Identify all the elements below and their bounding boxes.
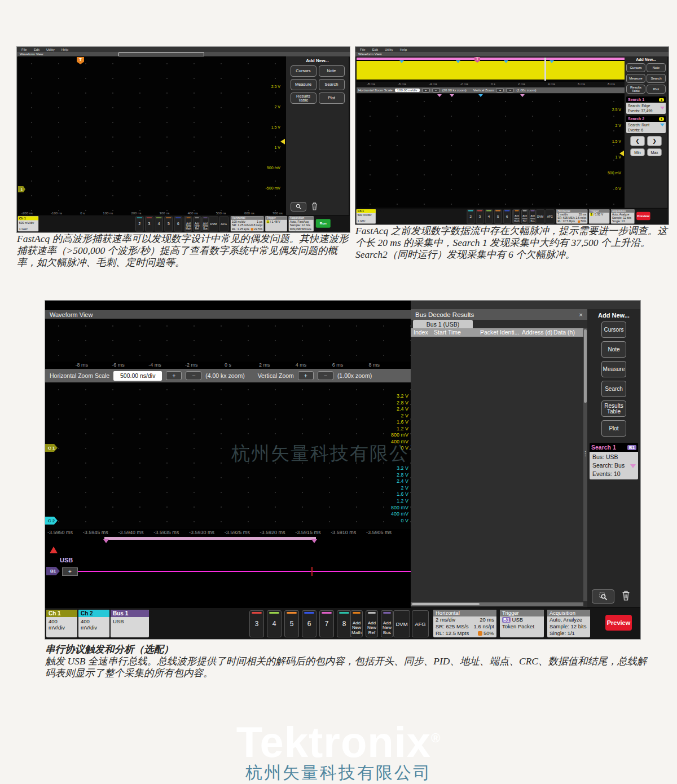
vzoom-minus-button[interactable]: −	[506, 88, 514, 93]
waveform-area[interactable]: T 2.5 V2 V1.5 V1 V500 mV-500 mV -200 ns-…	[18, 56, 286, 216]
menu-file[interactable]: File	[360, 48, 366, 51]
column-header[interactable]: Index	[411, 328, 434, 337]
channel-2-button[interactable]: 2	[467, 209, 475, 223]
dvm-button[interactable]: DVM	[209, 217, 218, 232]
channel-badge-ch1[interactable]: Ch 1 500 mV/div1 GHz	[18, 216, 38, 231]
trash-icon[interactable]	[311, 202, 318, 213]
panel-button-note[interactable]: Note	[647, 63, 666, 72]
add-new-math-button[interactable]: Add New Math	[185, 217, 192, 232]
bus-decode-track[interactable]: USB B1 +	[45, 542, 411, 592]
channel-5-button[interactable]: 5	[165, 217, 173, 232]
channel-6-button[interactable]: 6	[503, 209, 511, 223]
panel-button-results[interactable]: Results Table	[626, 85, 645, 94]
panel-button-measure[interactable]: Measure	[626, 74, 645, 83]
dvm-button[interactable]: DVM	[536, 209, 545, 223]
bus-badge-bus1[interactable]: Bus 1 USB	[111, 610, 149, 637]
channel-6-button[interactable]: 6	[174, 217, 182, 232]
zoom-plus-button[interactable]: +	[166, 371, 182, 380]
acquisition-overview[interactable]	[45, 319, 411, 362]
channel-7-button[interactable]: 7	[319, 610, 334, 637]
channel-2-button[interactable]: 2	[135, 217, 143, 232]
panel-button-results[interactable]: Results Table	[291, 93, 316, 104]
menu-edit[interactable]: Edit	[34, 48, 39, 51]
trigger-level-icon[interactable]	[280, 139, 285, 144]
add-new-bus-button[interactable]: Add New Bus	[529, 209, 535, 223]
dvm-button[interactable]: DVM	[393, 610, 410, 637]
add-new-bus-button[interactable]: Add New Bus	[202, 217, 209, 232]
afg-button[interactable]: AFG	[219, 217, 228, 232]
horizontal-panel[interactable]: Horizontal 2 ms/div20 msSR: 625 MS/s1.6 …	[433, 610, 496, 637]
channel-3-button[interactable]: 3	[476, 209, 484, 223]
column-header[interactable]: Data (h)	[553, 328, 583, 337]
vzoom-minus-button[interactable]: −	[318, 371, 333, 380]
channel-8-button[interactable]: 8	[337, 610, 351, 637]
bus-expand-button[interactable]: +	[62, 567, 78, 576]
search-1-panel[interactable]: Search 11 Search: EdgeEvents: 37,499	[626, 96, 666, 114]
panel-button-search[interactable]: Search	[319, 79, 345, 90]
panel-button-note[interactable]: Note	[601, 341, 626, 358]
horizontal-panel[interactable]: Horizontal 100 ns/div1 μsSR: 1.25 GS/s0.…	[231, 216, 264, 231]
channel-5-button[interactable]: 5	[494, 209, 502, 223]
acquisition-panel[interactable]: Acquisition Auto, FastAcqSample: 12 bits…	[289, 216, 314, 231]
vzoom-plus-button[interactable]: +	[298, 371, 314, 380]
channel-badge-ch2[interactable]: Ch 2 400 mV/div1 GHz	[78, 610, 109, 637]
channel-5-button[interactable]: 5	[284, 610, 299, 637]
zoom-window-indicator[interactable]	[544, 58, 546, 81]
channel-4-button[interactable]: 4	[485, 209, 493, 223]
afg-button[interactable]: AFG	[412, 610, 429, 637]
menu-edit[interactable]: Edit	[372, 48, 378, 51]
column-header[interactable]: Start Time	[434, 328, 480, 337]
zoom-tool-button[interactable]	[291, 202, 306, 212]
vzoom-plus-button[interactable]: +	[496, 88, 504, 93]
panel-button-cursors[interactable]: Cursors	[601, 321, 626, 338]
trash-icon[interactable]	[621, 590, 631, 603]
panel-button-plot[interactable]: Plot	[647, 85, 666, 94]
channel-badge-ch1[interactable]: Ch 1 400 mV/div1 GHz	[46, 610, 77, 637]
add-new-ref-button[interactable]: Add New Ref	[521, 209, 527, 223]
panel-button-cursors[interactable]: Cursors	[291, 65, 316, 77]
menu-utility[interactable]: Utility	[385, 48, 393, 51]
vertical-scrollbar[interactable]	[583, 328, 587, 601]
channel-6-button[interactable]: 6	[302, 610, 316, 637]
bus-zoom-bracket[interactable]	[104, 537, 316, 540]
horizontal-scrollbar[interactable]	[411, 602, 583, 606]
column-header[interactable]: Packet Identi...	[480, 328, 522, 337]
panel-button-measure[interactable]: Measure	[291, 79, 316, 90]
preview-button[interactable]: Preview	[605, 615, 632, 631]
close-icon[interactable]: ×	[579, 311, 583, 318]
bus1-marker[interactable]: B1	[46, 567, 60, 575]
menu-utility[interactable]: Utility	[46, 48, 55, 51]
add-new-bus-button[interactable]: Add New Bus	[381, 610, 393, 637]
add-new-ref-button[interactable]: Add New Ref	[194, 217, 200, 232]
panel-button-plot[interactable]: Plot	[601, 420, 626, 437]
trigger-panel[interactable]: Trigger 1 / 1.48 V	[265, 216, 287, 231]
panel-button-search[interactable]: Search	[601, 381, 626, 397]
horizontal-panel[interactable]: Horizontal 2 ms/div20 msSR: 625 MS/s1.6 …	[556, 209, 587, 223]
zoom-plus-button[interactable]: +	[422, 88, 430, 93]
add-new-ref-button[interactable]: Add New Ref	[366, 610, 378, 637]
trigger-panel[interactable]: Trigger B1 USB Token Packet	[500, 610, 544, 637]
channel-4-button[interactable]: 4	[267, 610, 282, 637]
panel-button-plot[interactable]: Plot	[319, 93, 345, 104]
column-header[interactable]: Address (d)	[522, 328, 553, 337]
panel-button-search[interactable]: Search	[647, 74, 666, 83]
channel-3-button[interactable]: 3	[249, 610, 264, 637]
panel-button-measure[interactable]: Measure	[601, 361, 626, 377]
search-min-button[interactable]: Min	[630, 148, 645, 156]
search-1-panel[interactable]: Search 1B1 Bus: USBSearch: BusEvents: 10	[590, 443, 638, 479]
zoom-minus-button[interactable]: −	[186, 371, 201, 380]
acquisition-panel[interactable]: Acquisition Auto, AnalyzeSample: 12 bits…	[547, 610, 590, 637]
zoom-tool-button[interactable]	[592, 589, 614, 604]
trigger-panel[interactable]: Trigger 1 / 1.92 V	[589, 209, 609, 223]
zoom-view[interactable]: 2.5 V2 V1.5 V1 V500 mV0 V	[357, 94, 625, 208]
panel-button-results[interactable]: Results Table	[601, 400, 626, 417]
acquisition-panel[interactable]: Acquisition Auto, AnalyzeSample: 12 bits…	[611, 209, 635, 223]
add-new-math-button[interactable]: Add New Math	[513, 209, 520, 223]
menu-help[interactable]: Help	[400, 48, 407, 51]
channel-3-button[interactable]: 3	[145, 217, 153, 232]
zoom-minus-button[interactable]: −	[432, 88, 440, 93]
panel-button-note[interactable]: Note	[319, 65, 345, 77]
zoom-view[interactable]: 3.2 V2.8 V2.4 V2 V1.6 V1.2 V800 mV400 mV…	[45, 382, 411, 529]
horizontal-zoom-scale-input[interactable]: 100.00 ns/div	[395, 89, 420, 92]
channel-badge-ch1[interactable]: Ch 1 500 mV/div1 GHz	[357, 209, 376, 223]
